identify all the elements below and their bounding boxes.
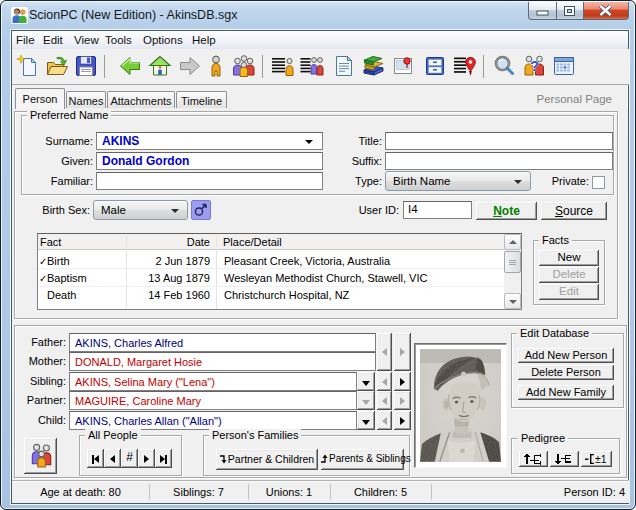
svg-text:±1: ±1 [595, 453, 607, 465]
svg-text:?: ? [530, 57, 539, 74]
